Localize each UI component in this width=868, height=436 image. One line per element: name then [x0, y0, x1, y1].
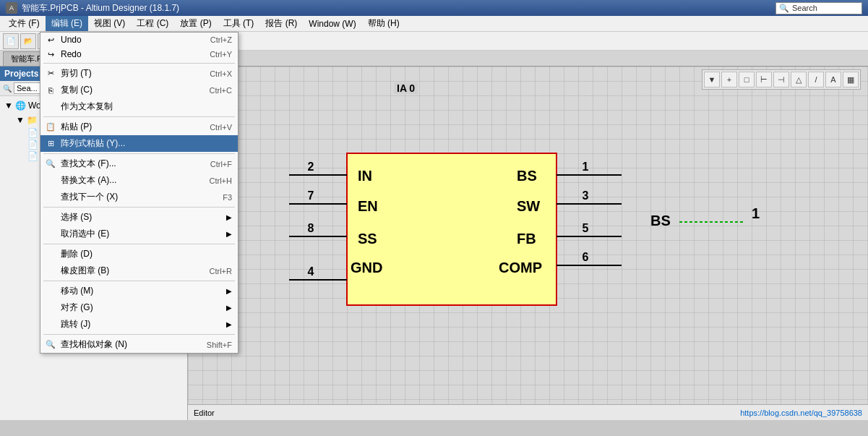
array-paste-label: 阵列式粘贴 (Y)... [61, 137, 125, 150]
find-text-label: 查找文本 (F)... [61, 158, 116, 170]
pin-7-num: 7 [308, 189, 314, 202]
sch-btn-triangle[interactable]: △ [791, 72, 807, 87]
editor-label: Editor [194, 409, 215, 417]
undo-label: Undo [61, 35, 82, 45]
menu-rubber-stamp[interactable]: 橡皮图章 (B) Ctrl+R [40, 262, 238, 279]
select-arrow: ▶ [226, 213, 232, 221]
menu-file[interactable]: 文件 (F) [3, 16, 46, 31]
paste-label: 粘贴 (P) [61, 121, 92, 133]
menu-redo[interactable]: ↪ Redo Ctrl+Y [40, 47, 238, 61]
menu-help[interactable]: 帮助 (H) [362, 16, 405, 31]
canvas-area[interactable]: IA 0 ▼ + □ ⊢ ⊣ △ / A ▦ 2 7 8 [188, 67, 868, 420]
menu-tools[interactable]: 工具 (T) [218, 16, 260, 31]
ia-indicator: IA 0 [394, 82, 418, 94]
status-url: https://blog.csdn.net/qq_39758638 [740, 409, 862, 417]
sch-btn-right[interactable]: ⊣ [773, 72, 789, 87]
menu-edit[interactable]: 编辑 (E) [46, 16, 88, 31]
menu-delete[interactable]: 删除 (D) [40, 246, 238, 262]
find-next-shortcut: F3 [223, 193, 232, 202]
replace-text-shortcut: Ctrl+H [210, 176, 232, 185]
menu-move[interactable]: 移动 (M) ▶ [40, 283, 238, 299]
sch-btn-filter[interactable]: ▼ [704, 72, 720, 87]
expand-icon-2: ▼ [16, 115, 25, 125]
tb-open[interactable]: 📂 [20, 33, 36, 49]
menu-paste[interactable]: 📋 粘贴 (P) Ctrl+V [40, 119, 238, 135]
copy-shortcut: Ctrl+C [210, 86, 232, 95]
menu-place[interactable]: 放置 (P) [174, 16, 217, 31]
menu-project[interactable]: 工程 (C) [131, 16, 174, 31]
menu-replace-text[interactable]: 替换文本 (A)... Ctrl+H [40, 172, 238, 189]
port-bs: BS [517, 168, 537, 184]
find-text-icon: 🔍 [45, 159, 56, 168]
divider-2 [43, 116, 235, 117]
align-label: 对齐 (G) [61, 302, 93, 314]
dropdown-menu: ↩ Undo Ctrl+Z ↪ Redo Ctrl+Y ✂ 剪切 (T) Ctr… [40, 32, 239, 354]
pin-8-num: 8 [308, 222, 314, 234]
ic-schematic-svg: 2 7 8 4 1 3 5 6 IN EN [231, 110, 824, 356]
divider-4 [43, 207, 235, 208]
divider-1 [43, 63, 235, 64]
menu-find-text[interactable]: 🔍 查找文本 (F)... Ctrl+F [40, 155, 238, 172]
sch-btn-rect[interactable]: □ [739, 72, 755, 87]
title-bar: A 智能车.PrjPCB - Altium Designer (18.1.7) … [0, 0, 868, 16]
divider-7 [43, 334, 235, 335]
menu-reports[interactable]: 报告 (R) [259, 16, 303, 31]
menu-copy[interactable]: ⎘ 复制 (C) Ctrl+C [40, 82, 238, 98]
find-similar-icon: 🔍 [45, 340, 56, 349]
copy-label: 复制 (C) [61, 84, 93, 96]
sch-btn-left[interactable]: ⊢ [756, 72, 772, 87]
search-box[interactable]: 🔍 Search [775, 2, 862, 14]
undo-icon: ↩ [45, 35, 56, 45]
port-comp: COMP [499, 260, 542, 275]
port-ss: SS [358, 231, 377, 247]
paste-icon: 📋 [45, 122, 56, 132]
menu-deselect[interactable]: 取消选中 (E) ▶ [40, 226, 238, 242]
menu-copy-as-text[interactable]: 作为文本复制 [40, 98, 238, 115]
find-similar-shortcut: Shift+F [207, 341, 232, 349]
menu-select[interactable]: 选择 (S) ▶ [40, 209, 238, 226]
file-icon-1: 📄 [27, 128, 38, 138]
menu-undo[interactable]: ↩ Undo Ctrl+Z [40, 33, 238, 47]
divider-6 [43, 281, 235, 281]
replace-text-label: 替换文本 (A)... [61, 174, 116, 187]
search-icon: 🔍 [779, 4, 789, 13]
divider-3 [43, 153, 235, 154]
align-arrow: ▶ [226, 304, 232, 312]
redo-icon: ↪ [45, 50, 56, 59]
move-arrow: ▶ [226, 287, 232, 295]
copy-icon: ⎘ [45, 86, 56, 95]
menu-window[interactable]: Window (W) [303, 17, 361, 30]
menu-find-next[interactable]: 查找下一个 (X) F3 [40, 189, 238, 205]
file-icon-2: 📄 [27, 140, 38, 150]
menu-jump[interactable]: 跳转 (J) ▶ [40, 316, 238, 333]
title-bar-left: A 智能车.PrjPCB - Altium Designer (18.1.7) [6, 2, 179, 14]
menu-align[interactable]: 对齐 (G) ▶ [40, 299, 238, 316]
sch-btn-add[interactable]: + [721, 72, 737, 87]
menu-view[interactable]: 视图 (V) [88, 16, 131, 31]
move-label: 移动 (M) [61, 285, 93, 297]
pin-5-num: 5 [583, 222, 589, 234]
cut-icon: ✂ [45, 69, 56, 78]
port-sw: SW [517, 198, 540, 214]
sch-btn-line[interactable]: / [808, 72, 824, 87]
divider-5 [43, 244, 235, 244]
tb-new[interactable]: 📄 [3, 33, 19, 49]
deselect-arrow: ▶ [226, 230, 232, 238]
menu-array-paste[interactable]: ⊞ 阵列式粘贴 (Y)... [40, 135, 238, 152]
menu-find-similar[interactable]: 🔍 查找相似对象 (N) Shift+F [40, 336, 238, 353]
delete-label: 删除 (D) [61, 248, 93, 260]
app-icon: A [6, 2, 17, 14]
select-label: 选择 (S) [61, 211, 92, 223]
search-label: Search [792, 4, 817, 12]
cut-shortcut: Ctrl+X [210, 69, 232, 78]
sch-btn-text[interactable]: A [825, 72, 841, 87]
world-icon: 🌐 [15, 101, 26, 111]
expand-icon: ▼ [4, 101, 13, 111]
menu-bar: 文件 (F) 编辑 (E) 视图 (V) 工程 (C) 放置 (P) 工具 (T… [0, 16, 868, 32]
pin-6-num: 6 [583, 251, 589, 263]
jump-label: 跳转 (J) [61, 318, 90, 330]
array-paste-icon: ⊞ [45, 139, 56, 148]
sch-btn-grid[interactable]: ▦ [843, 72, 859, 87]
port-in: IN [358, 168, 372, 184]
menu-cut[interactable]: ✂ 剪切 (T) Ctrl+X [40, 65, 238, 82]
